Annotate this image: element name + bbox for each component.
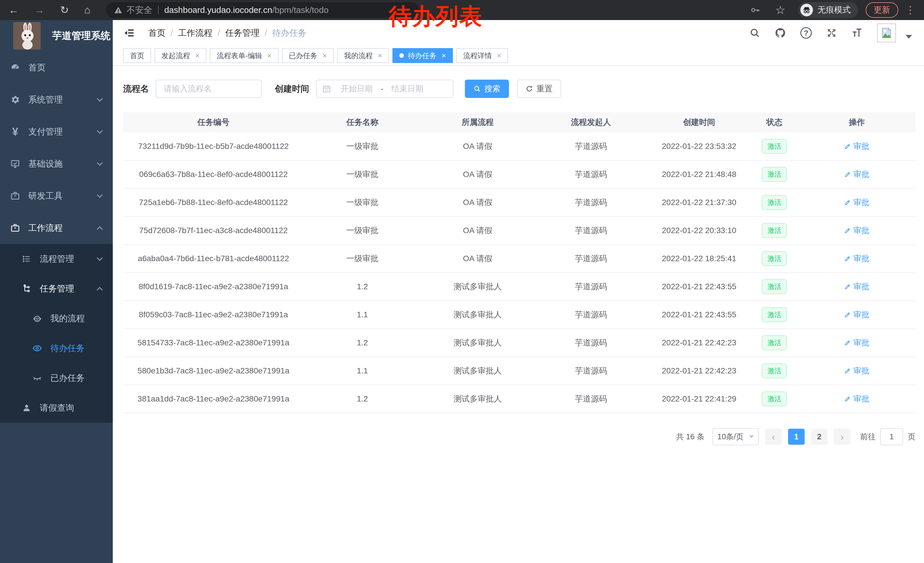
bookmark-star-icon[interactable]: ☆ (775, 3, 786, 17)
chevron-down-icon (97, 255, 103, 261)
search-icon[interactable] (749, 27, 760, 38)
sidebar-item-payment[interactable]: ¥ 支付管理 (0, 116, 113, 148)
approve-link[interactable]: 审批 (844, 309, 869, 320)
approve-link[interactable]: 审批 (844, 365, 869, 376)
page-size-select[interactable]: 10条/页 (712, 428, 759, 445)
github-icon[interactable] (775, 27, 786, 39)
help-icon[interactable]: ? (800, 27, 812, 39)
browser-menu-icon[interactable]: ⋮ (905, 4, 915, 16)
back-icon[interactable]: ← (9, 5, 19, 15)
start-date-input[interactable] (334, 84, 380, 93)
goto-suffix: 页 (908, 432, 915, 442)
close-icon[interactable]: × (442, 51, 446, 60)
approve-link[interactable]: 审批 (844, 253, 869, 264)
tab-start-process[interactable]: 发起流程× (154, 48, 206, 63)
tab-my-process[interactable]: 我的流程× (337, 48, 389, 63)
eye-closed-icon (32, 373, 43, 383)
end-date-input[interactable] (384, 84, 430, 93)
chevron-down-icon (97, 128, 103, 134)
approve-link[interactable]: 审批 (844, 197, 869, 208)
approve-link[interactable]: 审批 (844, 393, 869, 404)
close-icon[interactable]: × (322, 51, 327, 60)
sidebar-item-leave-query[interactable]: 请假查询 (0, 393, 113, 423)
monitor-icon (9, 159, 21, 169)
pagination: 共 16 条 10条/页 ‹ 1 2 › 前往 页 (123, 428, 915, 445)
close-icon[interactable]: × (267, 51, 272, 60)
process-name-input[interactable] (156, 80, 262, 98)
col-task-name: 任务名称 (304, 112, 421, 132)
workflow-submenu: 流程管理 任务管理 我的流程 待办任务 (0, 244, 113, 423)
breadcrumb: 首页 / 工作流程 / 任务管理 / 待办任务 (148, 27, 307, 39)
approve-link[interactable]: 审批 (844, 141, 869, 152)
sidebar-item-todo-tasks[interactable]: 待办任务 (0, 333, 113, 363)
goto-page-input[interactable] (880, 428, 903, 445)
status-badge: 激活 (762, 307, 787, 322)
close-icon[interactable]: × (195, 51, 200, 60)
sidebar-item-label: 已办任务 (50, 372, 102, 384)
sidebar-item-system[interactable]: 系统管理 (0, 84, 113, 116)
page-2-button[interactable]: 2 (811, 429, 828, 445)
close-icon[interactable]: × (497, 51, 501, 60)
update-button[interactable]: 更新 (866, 2, 898, 18)
table-row: 58154733-7ac8-11ec-a9e2-a2380e71991a 1.2… (123, 329, 915, 357)
sidebar-item-label: 支付管理 (28, 126, 98, 138)
sidebar-collapse-icon[interactable] (123, 27, 135, 39)
prev-page-button[interactable]: ‹ (765, 429, 782, 445)
date-range-picker[interactable]: - (316, 80, 453, 98)
search-button[interactable]: 搜索 (465, 80, 509, 98)
yen-icon: ¥ (9, 126, 21, 138)
chevron-down-icon (749, 435, 754, 438)
sidebar-item-task-mgmt[interactable]: 任务管理 (0, 274, 113, 303)
tab-done-tasks[interactable]: 已办任务× (282, 48, 334, 63)
approve-link[interactable]: 审批 (844, 225, 869, 236)
sidebar-item-devtools[interactable]: 研发工具 (0, 180, 113, 212)
sidebar-item-label: 研发工具 (28, 190, 98, 202)
forward-icon[interactable]: → (34, 5, 45, 15)
fullscreen-icon[interactable] (826, 27, 837, 38)
edit-pencil-icon (844, 311, 851, 318)
edit-pencil-icon (844, 395, 851, 402)
breadcrumb-separator: / (218, 28, 220, 38)
status-badge: 激活 (762, 279, 787, 294)
approve-link[interactable]: 审批 (844, 337, 869, 348)
edit-pencil-icon (844, 283, 851, 290)
breadcrumb-workflow[interactable]: 工作流程 (178, 27, 212, 39)
logo-image (13, 22, 40, 50)
tab-process-detail[interactable]: 流程详情× (456, 48, 508, 63)
table-row: 75d72608-7b7f-11ec-a3c8-acde48001122 一级审… (123, 216, 915, 245)
create-time-label: 创建时间 (275, 83, 309, 95)
tab-home[interactable]: 首页 (123, 48, 151, 63)
avatar[interactable] (877, 24, 896, 42)
sidebar-item-label: 基础设施 (28, 158, 98, 170)
sidebar-item-label: 系统管理 (28, 94, 98, 106)
briefcase-icon (9, 191, 21, 201)
reset-button[interactable]: 重置 (517, 80, 561, 98)
sidebar-item-infra[interactable]: 基础设施 (0, 148, 113, 180)
avatar-caret-icon[interactable] (906, 35, 912, 39)
sidebar-item-home[interactable]: 首页 (0, 51, 113, 84)
tab-todo-tasks[interactable]: 待办任务× (393, 48, 453, 63)
col-create-time: 创建时间 (648, 112, 750, 132)
font-size-icon[interactable] (851, 27, 863, 39)
address-bar[interactable]: 不安全 dashboard.yudao.iocoder.cn /bpm/task… (106, 2, 419, 18)
home-icon[interactable]: ⌂ (84, 5, 90, 15)
sidebar-item-workflow[interactable]: 工作流程 (0, 212, 113, 244)
page-1-button[interactable]: 1 (788, 429, 805, 445)
breadcrumb-task-mgmt[interactable]: 任务管理 (225, 27, 260, 39)
password-key-icon[interactable] (750, 5, 760, 15)
approve-link[interactable]: 审批 (844, 281, 869, 292)
breadcrumb-home[interactable]: 首页 (148, 27, 165, 39)
status-badge: 激活 (762, 251, 787, 266)
close-icon[interactable]: × (378, 51, 382, 60)
tab-process-form-edit[interactable]: 流程表单-编辑× (210, 48, 279, 63)
next-page-button[interactable]: › (834, 429, 850, 445)
list-icon (21, 254, 32, 263)
sidebar-item-process-mgmt[interactable]: 流程管理 (0, 244, 113, 274)
url-domain: dashboard.yudao.iocoder.cn (164, 5, 272, 15)
approve-link[interactable]: 审批 (844, 169, 869, 180)
reload-icon[interactable]: ↻ (60, 5, 69, 15)
filter-bar: 流程名 创建时间 - 搜索 (123, 80, 915, 98)
breadcrumb-current: 待办任务 (272, 27, 307, 39)
sidebar-item-done-tasks[interactable]: 已办任务 (0, 363, 113, 393)
sidebar-item-my-process[interactable]: 我的流程 (0, 303, 113, 333)
